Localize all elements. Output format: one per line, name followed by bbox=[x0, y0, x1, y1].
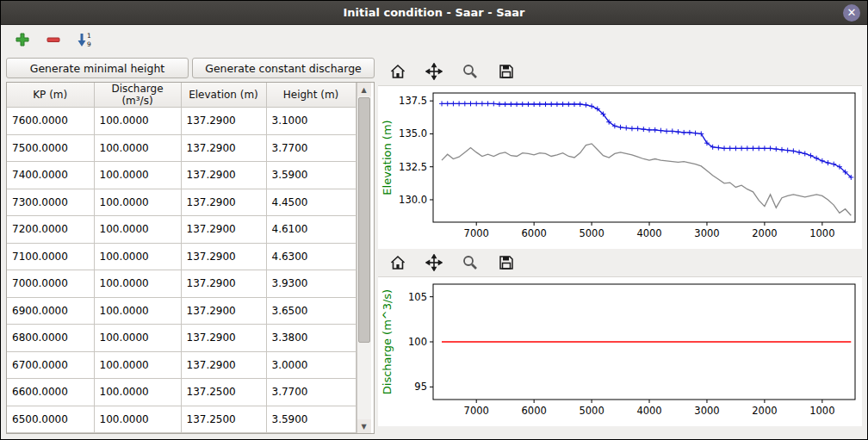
table-scrollbar[interactable]: ▲ ▼ bbox=[356, 83, 371, 433]
data-table: KP (m) Discharge (m³/s) Elevation (m) He… bbox=[7, 83, 356, 433]
table-cell[interactable]: 3.7700 bbox=[266, 379, 356, 406]
table-cell[interactable]: 100.0000 bbox=[94, 243, 181, 270]
scrollbar-down-arrow[interactable]: ▼ bbox=[357, 419, 371, 433]
titlebar[interactable]: Initial condition - Saar - Saar ✕ bbox=[1, 1, 867, 25]
table-cell[interactable]: 100.0000 bbox=[94, 297, 181, 325]
table-cell[interactable]: 3.5900 bbox=[266, 162, 356, 189]
initial-condition-table: KP (m) Discharge (m³/s) Elevation (m) He… bbox=[6, 82, 375, 434]
zoom-icon[interactable] bbox=[459, 251, 481, 274]
table-cell[interactable]: 7000.0000 bbox=[7, 270, 94, 298]
svg-text:100: 100 bbox=[408, 336, 427, 348]
table-cell[interactable]: 6700.0000 bbox=[7, 351, 94, 379]
svg-text:5000: 5000 bbox=[579, 227, 604, 239]
table-cell[interactable]: 7500.0000 bbox=[7, 134, 94, 162]
table-cell[interactable]: 137.2500 bbox=[181, 379, 266, 406]
table-cell[interactable]: 100.0000 bbox=[94, 108, 181, 135]
table-cell[interactable]: 100.0000 bbox=[94, 325, 181, 352]
table-cell[interactable]: 137.2900 bbox=[181, 351, 266, 379]
table-cell[interactable]: 137.2500 bbox=[181, 406, 266, 433]
table-cell[interactable]: 3.0000 bbox=[266, 351, 356, 379]
svg-text:7000: 7000 bbox=[464, 405, 489, 417]
scrollbar-up-arrow[interactable]: ▲ bbox=[357, 83, 371, 96]
table-cell[interactable]: 3.3800 bbox=[266, 325, 356, 352]
svg-text:95: 95 bbox=[414, 381, 427, 393]
elevation-chart[interactable]: 7000600050004000300020001000130.0132.513… bbox=[378, 86, 862, 246]
table-cell[interactable]: 7400.0000 bbox=[7, 162, 94, 189]
svg-text:137.5: 137.5 bbox=[399, 95, 427, 107]
scrollbar-thumb[interactable] bbox=[358, 97, 370, 343]
right-panel: 7000600050004000300020001000130.0132.513… bbox=[378, 58, 862, 434]
svg-text:4000: 4000 bbox=[636, 405, 661, 417]
discharge-figure: 700060005000400030002000100095100105Disc… bbox=[378, 276, 862, 426]
home-icon[interactable] bbox=[387, 60, 409, 83]
table-cell[interactable]: 137.2900 bbox=[181, 325, 266, 352]
table-cell[interactable]: 4.6100 bbox=[266, 216, 356, 244]
save-icon[interactable] bbox=[495, 251, 518, 274]
table-cell[interactable]: 100.0000 bbox=[94, 189, 181, 216]
table-cell[interactable]: 100.0000 bbox=[94, 134, 181, 162]
column-header-elevation[interactable]: Elevation (m) bbox=[181, 83, 266, 108]
discharge-plot-toolbar bbox=[378, 249, 862, 276]
generate-constant-discharge-button[interactable]: Generate constant discharge bbox=[192, 58, 375, 78]
table-cell[interactable]: 7600.0000 bbox=[7, 108, 94, 135]
table-cell[interactable]: 4.6300 bbox=[266, 243, 356, 270]
table-cell[interactable]: 137.2900 bbox=[181, 243, 266, 270]
table-cell[interactable]: 100.0000 bbox=[94, 216, 181, 244]
svg-text:135.0: 135.0 bbox=[399, 127, 427, 139]
table-cell[interactable]: 137.2900 bbox=[181, 270, 266, 298]
table-cell[interactable]: 3.7700 bbox=[266, 134, 356, 162]
table-row: 6500.0000100.0000137.25003.5900 bbox=[7, 406, 356, 433]
pan-icon[interactable] bbox=[423, 251, 445, 274]
table-cell[interactable]: 4.4500 bbox=[266, 189, 356, 216]
table-cell[interactable]: 7300.0000 bbox=[7, 189, 94, 216]
table-cell[interactable]: 6900.0000 bbox=[7, 297, 94, 325]
add-row-icon[interactable] bbox=[13, 30, 32, 49]
save-icon[interactable] bbox=[495, 60, 518, 83]
table-cell[interactable]: 3.9300 bbox=[266, 270, 356, 298]
table-cell[interactable]: 137.2900 bbox=[181, 189, 266, 216]
table-cell[interactable]: 137.2900 bbox=[181, 162, 266, 189]
svg-text:1000: 1000 bbox=[809, 227, 834, 239]
table-cell[interactable]: 137.2900 bbox=[181, 297, 266, 325]
table-cell[interactable]: 100.0000 bbox=[94, 270, 181, 298]
table-cell[interactable]: 6600.0000 bbox=[7, 379, 94, 406]
svg-text:132.5: 132.5 bbox=[399, 161, 427, 173]
table-cell[interactable]: 3.1000 bbox=[266, 108, 356, 135]
home-icon[interactable] bbox=[387, 251, 409, 274]
column-header-kp[interactable]: KP (m) bbox=[7, 83, 94, 108]
table-row: 7500.0000100.0000137.29003.7700 bbox=[7, 134, 356, 162]
table-row: 6900.0000100.0000137.29003.6500 bbox=[7, 297, 356, 325]
table-cell[interactable]: 100.0000 bbox=[94, 351, 181, 379]
table-cell[interactable]: 7100.0000 bbox=[7, 243, 94, 270]
svg-text:Elevation (m): Elevation (m) bbox=[381, 120, 394, 195]
pan-icon[interactable] bbox=[423, 60, 445, 83]
table-cell[interactable]: 6500.0000 bbox=[7, 406, 94, 433]
remove-row-icon[interactable] bbox=[44, 30, 63, 49]
svg-text:3000: 3000 bbox=[694, 405, 719, 417]
table-cell[interactable]: 137.2900 bbox=[181, 108, 266, 135]
svg-text:2000: 2000 bbox=[752, 227, 777, 239]
window-title: Initial condition - Saar - Saar bbox=[343, 6, 524, 19]
table-cell[interactable]: 6800.0000 bbox=[7, 325, 94, 352]
left-panel: Generate minimal height Generate constan… bbox=[6, 58, 375, 434]
table-cell[interactable]: 137.2900 bbox=[181, 216, 266, 244]
svg-text:3000: 3000 bbox=[694, 227, 719, 239]
table-cell[interactable]: 7200.0000 bbox=[7, 216, 94, 244]
column-header-height[interactable]: Height (m) bbox=[266, 83, 356, 108]
generator-buttons: Generate minimal height Generate constan… bbox=[6, 58, 375, 78]
table-cell[interactable]: 3.6500 bbox=[266, 297, 356, 325]
close-button[interactable]: ✕ bbox=[843, 4, 860, 22]
svg-text:4000: 4000 bbox=[636, 227, 661, 239]
sort-ascending-icon[interactable]: 1 9 bbox=[75, 30, 94, 49]
table-cell[interactable]: 137.2900 bbox=[181, 134, 266, 162]
generate-minimal-height-button[interactable]: Generate minimal height bbox=[6, 58, 189, 78]
table-row: 7400.0000100.0000137.29003.5900 bbox=[7, 162, 356, 189]
table-cell[interactable]: 100.0000 bbox=[94, 162, 181, 189]
table-cell[interactable]: 3.5900 bbox=[266, 406, 356, 433]
column-header-discharge[interactable]: Discharge (m³/s) bbox=[94, 83, 181, 108]
table-cell[interactable]: 100.0000 bbox=[94, 379, 181, 406]
svg-text:2000: 2000 bbox=[752, 405, 777, 417]
zoom-icon[interactable] bbox=[459, 60, 481, 83]
discharge-chart[interactable]: 700060005000400030002000100095100105Disc… bbox=[378, 277, 862, 424]
table-cell[interactable]: 100.0000 bbox=[94, 406, 181, 433]
